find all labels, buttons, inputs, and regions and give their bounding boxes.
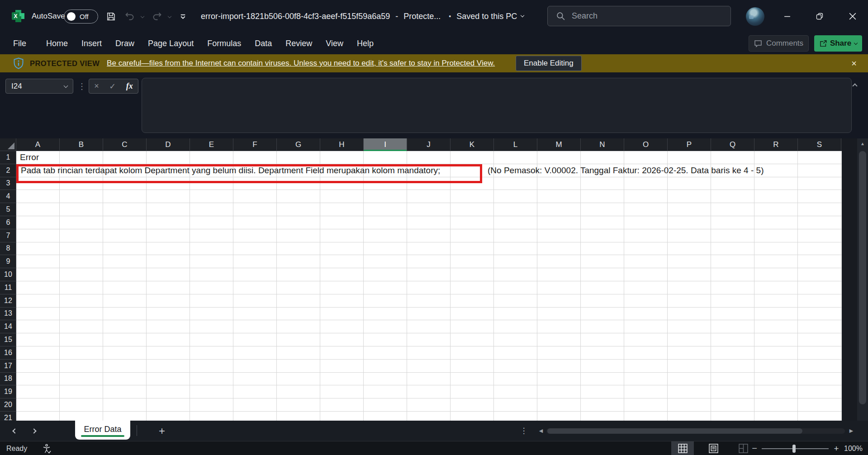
row-header-19[interactable]: 19 xyxy=(0,385,16,398)
row-header-4[interactable]: 4 xyxy=(0,190,16,203)
row-header-3[interactable]: 3 xyxy=(0,177,16,190)
column-header-j[interactable]: J xyxy=(407,138,451,151)
page-layout-view-button[interactable] xyxy=(702,441,725,455)
zoom-out-button[interactable]: − xyxy=(749,441,760,455)
row-header-9[interactable]: 9 xyxy=(0,255,16,268)
menu-tab-draw[interactable]: Draw xyxy=(115,39,134,48)
menu-tab-review[interactable]: Review xyxy=(285,39,312,48)
normal-view-button[interactable] xyxy=(671,441,694,455)
banner-close-button[interactable]: × xyxy=(845,54,863,72)
close-icon xyxy=(849,13,856,20)
previous-sheet-button[interactable] xyxy=(8,421,22,441)
menu-tab-home[interactable]: Home xyxy=(46,39,68,48)
select-all-button[interactable] xyxy=(0,138,16,151)
scroll-right-arrow[interactable]: ▶ xyxy=(847,421,856,441)
user-avatar[interactable] xyxy=(746,7,764,26)
redo-dropdown-chevron[interactable] xyxy=(166,0,174,33)
column-header-a[interactable]: A xyxy=(16,138,60,151)
row-header-20[interactable]: 20 xyxy=(0,398,16,412)
formula-input[interactable] xyxy=(142,78,852,133)
column-header-n[interactable]: N xyxy=(581,138,624,151)
column-header-r[interactable]: R xyxy=(754,138,798,151)
row-header-11[interactable]: 11 xyxy=(0,281,16,294)
row-header-2[interactable]: 2 xyxy=(0,164,16,177)
add-sheet-button[interactable]: + xyxy=(153,421,171,441)
column-header-c[interactable]: C xyxy=(103,138,147,151)
name-box[interactable]: I24 xyxy=(5,79,73,94)
zoom-slider-thumb[interactable] xyxy=(792,445,796,453)
row-header-15[interactable]: 15 xyxy=(0,333,16,346)
row-header-7[interactable]: 7 xyxy=(0,229,16,242)
column-header-q[interactable]: Q xyxy=(711,138,754,151)
vertical-scrollbar[interactable]: ▲ xyxy=(857,138,868,421)
row-header-1[interactable]: 1 xyxy=(0,151,16,164)
column-header-k[interactable]: K xyxy=(451,138,494,151)
menu-tab-help[interactable]: Help xyxy=(357,39,374,48)
row-header-14[interactable]: 14 xyxy=(0,320,16,333)
scroll-left-arrow[interactable]: ◀ xyxy=(536,421,545,441)
zoom-slider[interactable] xyxy=(762,448,829,449)
column-header-h[interactable]: H xyxy=(320,138,364,151)
next-sheet-button[interactable] xyxy=(27,421,41,441)
undo-dropdown-chevron[interactable] xyxy=(138,0,147,33)
search-bar[interactable] xyxy=(547,6,731,26)
row-header-17[interactable]: 17 xyxy=(0,360,16,373)
column-header-e[interactable]: E xyxy=(190,138,233,151)
column-header-m[interactable]: M xyxy=(537,138,581,151)
row-header-13[interactable]: 13 xyxy=(0,308,16,321)
row-header-21[interactable]: 21 xyxy=(0,412,16,421)
zoom-level[interactable]: 100% xyxy=(844,441,863,455)
confirm-entry-button[interactable]: ✓ xyxy=(109,81,116,91)
scroll-up-arrow[interactable]: ▲ xyxy=(857,141,868,146)
formula-bar-drag-handle[interactable]: ⋮ xyxy=(78,79,86,94)
save-button[interactable] xyxy=(103,0,119,33)
row-header-12[interactable]: 12 xyxy=(0,294,16,308)
share-button[interactable]: Share xyxy=(814,35,862,52)
column-header-b[interactable]: B xyxy=(60,138,103,151)
menu-tab-data[interactable]: Data xyxy=(255,39,272,48)
minimize-button[interactable] xyxy=(777,0,797,33)
insert-function-button[interactable]: fx xyxy=(126,81,133,91)
protected-view-message-link[interactable]: Be careful—files from the Internet can c… xyxy=(107,59,495,68)
tab-strip-options[interactable]: ⋮ xyxy=(518,421,529,441)
column-header-i[interactable]: I xyxy=(364,138,407,151)
column-header-d[interactable]: D xyxy=(147,138,190,151)
row-header-18[interactable]: 18 xyxy=(0,373,16,386)
column-header-l[interactable]: L xyxy=(494,138,537,151)
enable-editing-button[interactable]: Enable Editing xyxy=(516,56,582,71)
row-header-8[interactable]: 8 xyxy=(0,242,16,256)
menu-tab-insert[interactable]: Insert xyxy=(81,39,102,48)
zoom-in-button[interactable]: + xyxy=(830,441,842,455)
row-header-16[interactable]: 16 xyxy=(0,346,16,360)
collapse-formula-bar-button[interactable] xyxy=(853,81,857,90)
column-header-o[interactable]: O xyxy=(624,138,668,151)
spreadsheet-grid[interactable]: Error Pada tab rincian terdapat kolom De… xyxy=(16,151,842,421)
close-button[interactable] xyxy=(842,0,863,33)
horizontal-scrollbar-thumb[interactable] xyxy=(547,428,802,434)
column-header-s[interactable]: S xyxy=(798,138,841,151)
menu-tab-page-layout[interactable]: Page Layout xyxy=(148,39,194,48)
comments-button[interactable]: Comments xyxy=(749,35,809,52)
horizontal-scrollbar[interactable] xyxy=(546,428,845,434)
accessibility-checker-button[interactable] xyxy=(42,441,52,455)
quick-access-toolbar-button[interactable] xyxy=(176,0,189,33)
vertical-scrollbar-thumb[interactable] xyxy=(859,151,866,404)
menu-tab-formulas[interactable]: Formulas xyxy=(207,39,241,48)
undo-button[interactable] xyxy=(123,0,137,33)
search-input[interactable] xyxy=(572,11,716,21)
column-header-f[interactable]: F xyxy=(233,138,277,151)
column-header-p[interactable]: P xyxy=(668,138,711,151)
saved-status-button[interactable]: Saved to this PC xyxy=(456,12,524,21)
restore-button[interactable] xyxy=(809,0,830,33)
menu-tab-file[interactable]: File xyxy=(13,39,26,48)
menu-tab-view[interactable]: View xyxy=(326,39,343,48)
column-header-g[interactable]: G xyxy=(277,138,320,151)
excel-logo-icon[interactable]: X xyxy=(12,10,24,23)
cancel-entry-button[interactable]: × xyxy=(94,81,99,91)
row-header-6[interactable]: 6 xyxy=(0,216,16,229)
autosave-toggle[interactable]: Off xyxy=(64,9,98,24)
redo-button[interactable] xyxy=(150,0,164,33)
sheet-tab-error-data[interactable]: Error Data xyxy=(75,421,130,440)
row-header-5[interactable]: 5 xyxy=(0,203,16,216)
row-header-10[interactable]: 10 xyxy=(0,268,16,281)
